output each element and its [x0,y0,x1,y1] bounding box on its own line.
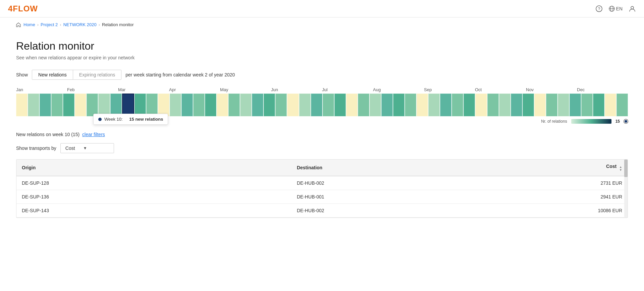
heatmap-cell-week-23[interactable] [275,94,287,116]
month-label-aug: Aug [373,87,424,92]
heatmap-cell-week-45[interactable] [534,94,546,116]
table-row[interactable]: DE-SUP-143DE-HUB-00210086 EUR [16,204,628,218]
heatmap-cell-week-4[interactable] [51,94,63,116]
help-icon[interactable]: ? [595,5,603,12]
clear-filters-link[interactable]: clear filters [82,132,105,137]
heatmap-cell-week-18[interactable] [217,94,228,116]
heatmap-cell-week-11[interactable] [135,94,146,116]
heatmap-chart-area: JanFebMarAprMayJunJulAugSepOctNovDec Wee… [16,87,628,124]
cell-origin-2: DE-SUP-143 [16,204,291,218]
heatmap-cell-week-41[interactable] [487,94,499,116]
heatmap-cell-week-9[interactable] [110,94,122,116]
show-period: per week starting from calendar week 2 o… [125,72,235,77]
heatmap-cell-week-15[interactable] [181,94,193,116]
heatmap-cell-week-7[interactable] [87,94,98,116]
month-label-jun: Jun [271,87,322,92]
table-scrollbar[interactable] [624,160,628,218]
heatmap-cell-week-43[interactable] [511,94,522,116]
new-relations-button[interactable]: New relations [32,70,73,79]
heatmap-cell-week-33[interactable] [393,94,405,116]
heatmap-cell-week-3[interactable] [40,94,51,116]
cell-origin-1: DE-SUP-136 [16,190,291,204]
show-toggle-row: Show New relations Expiring relations pe… [16,70,628,80]
legend-gradient [571,119,611,124]
heatmap-cell-week-32[interactable] [381,94,393,116]
breadcrumb-home[interactable]: Home [23,22,35,27]
heatmap-cell-week-27[interactable] [323,94,334,116]
heatmap-cell-week-8[interactable] [98,94,110,116]
cell-cost-2: 10086 EUR [567,204,628,218]
heatmap-cell-week-51[interactable] [605,94,616,116]
relations-table: Origin Destination Cost ▲ ▼ DE-SUP-128DE… [16,160,628,218]
heatmap-cell-week-42[interactable] [499,94,511,116]
heatmap-cell-week-29[interactable] [346,94,358,116]
cell-destination-1: DE-HUB-001 [291,190,567,204]
heatmap-cell-week-1[interactable] [16,94,28,116]
month-labels-row: JanFebMarAprMayJunJulAugSepOctNovDec [16,87,628,92]
heatmap-cell-week-47[interactable] [558,94,569,116]
heatmap-cell-week-26[interactable] [311,94,322,116]
transports-row: Show transports by Cost ▼ [16,143,628,153]
dropdown-arrow-icon: ▼ [83,146,87,151]
heatmap-cell-week-19[interactable] [228,94,240,116]
heatmap-cell-week-44[interactable] [523,94,534,116]
breadcrumb-project[interactable]: Project 2 [41,22,58,27]
table-row[interactable]: DE-SUP-128DE-HUB-0022731 EUR [16,176,628,190]
heatmap-cell-week-5[interactable] [63,94,74,116]
tooltip-dot [98,118,102,121]
heatmap-cell-week-52[interactable] [616,94,628,116]
cell-cost-0: 2731 EUR [567,176,628,190]
month-label-sep: Sep [424,87,475,92]
heatmap-cell-week-25[interactable] [299,94,311,116]
heatmap-cell-week-22[interactable] [264,94,275,116]
nav-icons-group: ? EN [595,5,636,12]
col-cost: Cost ▲ ▼ [567,160,628,176]
transports-selected: Cost [65,146,75,151]
month-label-oct: Oct [475,87,526,92]
table-body: DE-SUP-128DE-HUB-0022731 EURDE-SUP-136DE… [16,176,628,218]
month-label-jul: Jul [322,87,373,92]
month-label-mar: Mar [118,87,169,92]
breadcrumb-network[interactable]: NETWORK 2020 [63,22,97,27]
heatmap-cell-week-2[interactable] [28,94,39,116]
heatmap-cell-week-37[interactable] [440,94,451,116]
heatmap-cell-week-16[interactable] [193,94,205,116]
heatmap-cell-week-34[interactable] [405,94,416,116]
show-label: Show [16,72,28,77]
legend-label: Nr. of relations [541,119,567,124]
scroll-thumb[interactable] [624,160,628,177]
table-row[interactable]: DE-SUP-136DE-HUB-0012941 EUR [16,190,628,204]
heatmap-cell-week-14[interactable] [170,94,181,116]
heatmap-cell-week-48[interactable] [570,94,581,116]
heatmap-cell-week-35[interactable] [417,94,428,116]
heatmap-cell-week-49[interactable] [581,94,593,116]
heatmap-cell-week-10[interactable] [122,94,134,116]
heatmap-cell-week-12[interactable] [146,94,158,116]
heatmap-cell-week-39[interactable] [464,94,475,116]
heatmap-cell-week-28[interactable] [334,94,346,116]
heatmap-cell-week-24[interactable] [287,94,299,116]
heatmap-cell-week-6[interactable] [75,94,86,116]
filter-row: New relations on week 10 (15) clear filt… [16,132,628,137]
svg-point-5 [631,6,634,9]
cost-sort-icons[interactable]: ▲ ▼ [619,166,622,172]
heatmap-cell-week-50[interactable] [593,94,604,116]
heatmap-row [16,94,628,116]
table-header-row: Origin Destination Cost ▲ ▼ [16,160,628,176]
heatmap-cell-week-21[interactable] [252,94,263,116]
month-label-feb: Feb [67,87,118,92]
heatmap-cell-week-20[interactable] [240,94,252,116]
legend-max: 15 [615,119,620,124]
language-selector[interactable]: EN [609,6,623,12]
heatmap-cell-week-38[interactable] [452,94,463,116]
heatmap-cell-week-31[interactable] [370,94,381,116]
expiring-relations-button[interactable]: Expiring relations [73,70,121,79]
heatmap-cell-week-30[interactable] [358,94,369,116]
heatmap-cell-week-40[interactable] [475,94,487,116]
heatmap-cell-week-13[interactable] [158,94,169,116]
user-icon[interactable] [629,5,636,12]
heatmap-cell-week-17[interactable] [205,94,216,116]
heatmap-cell-week-36[interactable] [428,94,440,116]
transports-dropdown[interactable]: Cost ▼ [60,143,114,153]
heatmap-cell-week-46[interactable] [546,94,557,116]
